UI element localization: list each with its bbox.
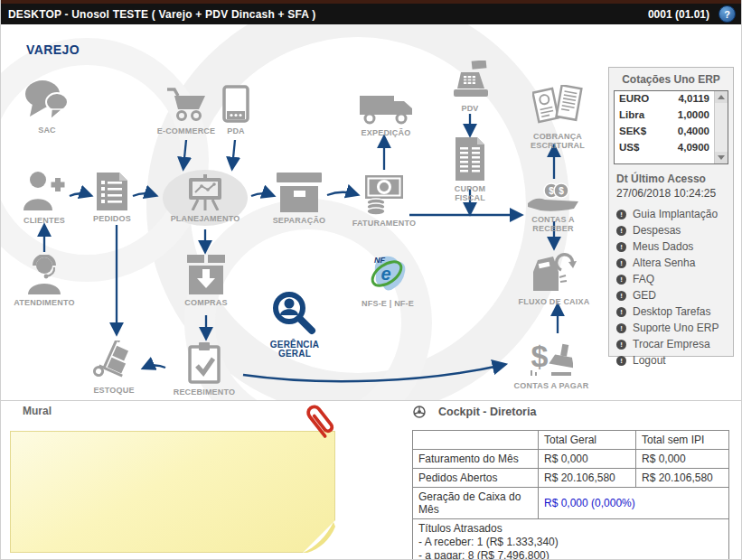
menu-item-despesas[interactable]: !Despesas — [609, 222, 733, 238]
currency-value: 0,4000 — [678, 126, 709, 138]
quote-row: SEK$ 0,4000 — [615, 124, 714, 140]
receipt-icon — [438, 137, 502, 181]
row-label: Pedidos Abertos — [413, 469, 539, 488]
flow-node-pedidos[interactable]: PEDIDOS — [85, 173, 139, 223]
menu-item-desktop-tarefas[interactable]: !Desktop Tarefas — [609, 303, 733, 320]
flow-node-label: CONTAS A RECEBER — [512, 215, 594, 233]
menu-item-faq[interactable]: !FAQ — [609, 271, 733, 287]
exclamation-bullet-icon: ! — [616, 258, 626, 268]
menu-item-meus-dados[interactable]: !Meus Dados — [609, 238, 733, 255]
flow-node-planejamento[interactable]: PLANEJAMENTO — [163, 170, 248, 226]
currency-name: SEK$ — [619, 126, 646, 138]
flow-node-compras[interactable]: COMPRAS — [174, 255, 238, 307]
flow-node-faturamento[interactable]: FATURAMENTO — [348, 173, 420, 228]
cash-flow-icon — [513, 252, 595, 294]
quotes-panel-title: Cotações Uno ERP — [609, 68, 733, 90]
last-access-label: Dt Último Acesso — [609, 164, 733, 186]
flow-node-pda[interactable]: PDA — [207, 85, 265, 135]
flow-node-label: CLIENTES — [8, 216, 80, 225]
flow-node-contas-a-pagar[interactable]: $ CONTAS A PAGAR — [511, 336, 592, 390]
flow-node-label: EXPEDIÇÃO — [350, 128, 422, 137]
flow-node-atendimento[interactable]: ATENDIMENTO — [8, 255, 80, 307]
chat-bubbles-icon — [11, 79, 83, 122]
quotes-list: EURO 4,0119 Libra 1,0000 SEK$ 0,4000 US$… — [614, 90, 728, 164]
currency-name: Libra — [619, 109, 644, 122]
currency-name: US$ — [619, 142, 639, 154]
menu-item-altera-senha[interactable]: !Altera Senha — [609, 255, 733, 271]
flow-node-contas-a-receber[interactable]: $ $ CONTAS A RECEBER — [512, 182, 594, 233]
flow-node-cobranca-escritural[interactable]: COBRANÇA ESCRITURAL — [521, 85, 594, 150]
cash-generation-link[interactable]: R$ 0,000 (0,000%) — [539, 488, 729, 519]
flow-node-fluxo-de-caixa[interactable]: FLUXO DE CAIXA — [513, 252, 595, 306]
flow-node-sac[interactable]: SAC — [11, 79, 83, 135]
quotes-panel: Cotações Uno ERP EURO 4,0119 Libra 1,000… — [608, 67, 734, 357]
company-code: 0001 (01.01) — [648, 8, 709, 21]
flow-node-nfse[interactable]: e NF NFS-E | NF-E — [356, 254, 419, 308]
flow-node-label: PLANEJAMENTO — [163, 214, 248, 223]
quote-row: Libra 1,0000 — [615, 107, 714, 124]
cockpit-title: Cockpit - Diretoria — [438, 406, 536, 418]
mural-title: Mural — [23, 405, 52, 417]
flow-node-label: FATURAMENTO — [348, 219, 420, 228]
flow-node-cupom-fiscal[interactable]: CUPOM FISCAL — [438, 137, 502, 202]
exclamation-bullet-icon: ! — [616, 340, 626, 350]
menu-item-ged[interactable]: !GED — [609, 287, 733, 303]
flow-node-label: SEPARAÇÃO — [268, 216, 331, 225]
cell-value: R$ 20.106,580 — [539, 469, 636, 488]
flow-node-label: SAC — [11, 126, 83, 135]
menu-item-suporte-uno-erp[interactable]: !Suporte Uno ERP — [609, 320, 733, 336]
table-header-row: Total Geral Total sem IPI — [413, 431, 729, 450]
flow-node-separacao[interactable]: SEPARAÇÃO — [268, 173, 331, 225]
svg-text:$: $ — [559, 186, 564, 196]
svg-text:NF: NF — [374, 256, 385, 265]
flow-node-label: CONTAS A PAGAR — [511, 381, 592, 390]
person-plus-icon — [8, 171, 80, 212]
scroll-down-arrow[interactable] — [715, 152, 728, 163]
exclamation-bullet-icon: ! — [616, 356, 626, 366]
overdue-titles-block: Títulos Atrasados - A receber: 1 (R$ 1.3… — [413, 519, 729, 560]
cash-register-icon — [443, 61, 497, 100]
flow-node-label: PDA — [207, 126, 265, 135]
quotes-rows: EURO 4,0119 Libra 1,0000 SEK$ 0,4000 US$… — [615, 91, 714, 163]
flow-node-label: FLUXO DE CAIXA — [513, 297, 595, 306]
billing-documents-icon — [521, 85, 594, 128]
table-row: Faturamento do Mês R$ 0,000 R$ 0,000 — [413, 450, 729, 469]
page-title: VAREJO — [26, 42, 80, 57]
exclamation-bullet-icon: ! — [616, 242, 626, 252]
triangle-down-icon — [718, 155, 725, 160]
dollar-stamp-icon: $ — [511, 336, 592, 378]
scroll-up-arrow[interactable] — [715, 91, 728, 103]
overdue-receivable: - A receber: 1 (R$ 1.333,340) — [418, 536, 723, 549]
clipboard-check-icon — [168, 342, 240, 384]
nfe-brazil-logo-icon: e NF — [356, 254, 419, 295]
flow-node-expedicao[interactable]: EXPEDIÇÃO — [350, 94, 422, 137]
cell-value: R$ 0,000 — [539, 450, 636, 469]
mural-sticky-note[interactable] — [10, 431, 335, 553]
exclamation-bullet-icon: ! — [616, 307, 626, 317]
flow-node-gerencia-geral[interactable]: GERÊNCIA GERAL — [258, 290, 331, 359]
overdue-payable: - a pagar: 8 (R$ 7.496,800) — [418, 549, 723, 560]
hand-coins-icon: $ $ — [512, 182, 594, 211]
exclamation-bullet-icon: ! — [616, 275, 626, 285]
flow-node-recebimento[interactable]: RECEBIMENTO — [168, 342, 240, 397]
menu-item-logout[interactable]: !Logout — [609, 352, 733, 369]
exclamation-bullet-icon: ! — [616, 291, 626, 301]
menu-item-guia-implantacao[interactable]: !Guia Implantação — [609, 206, 733, 222]
section-divider — [1, 400, 742, 401]
magnifier-person-icon — [258, 290, 331, 337]
box-download-icon — [174, 255, 238, 294]
window-title: DESKTOP - Unosol TESTE ( Varejo + PDV Di… — [8, 8, 315, 21]
menu-item-trocar-empresa[interactable]: !Trocar Empresa — [609, 336, 733, 352]
help-icon[interactable]: ? — [719, 5, 736, 23]
flow-node-label: GERÊNCIA GERAL — [258, 341, 331, 359]
flow-node-clientes[interactable]: CLIENTES — [8, 171, 80, 225]
row-label: Faturamento do Mês — [413, 450, 539, 469]
flow-node-label: PDV — [443, 104, 497, 113]
flow-node-pdv[interactable]: PDV — [443, 61, 497, 113]
quotes-scrollbar[interactable] — [714, 91, 728, 163]
cell-value: R$ 0,000 — [636, 450, 729, 469]
flow-node-estoque[interactable]: ESTOQUE — [82, 341, 146, 395]
svg-text:$: $ — [531, 339, 549, 373]
last-access-value: 27/06/2018 10:24:25 — [609, 186, 733, 203]
row-label: Geração de Caixa do Mês — [413, 488, 539, 519]
